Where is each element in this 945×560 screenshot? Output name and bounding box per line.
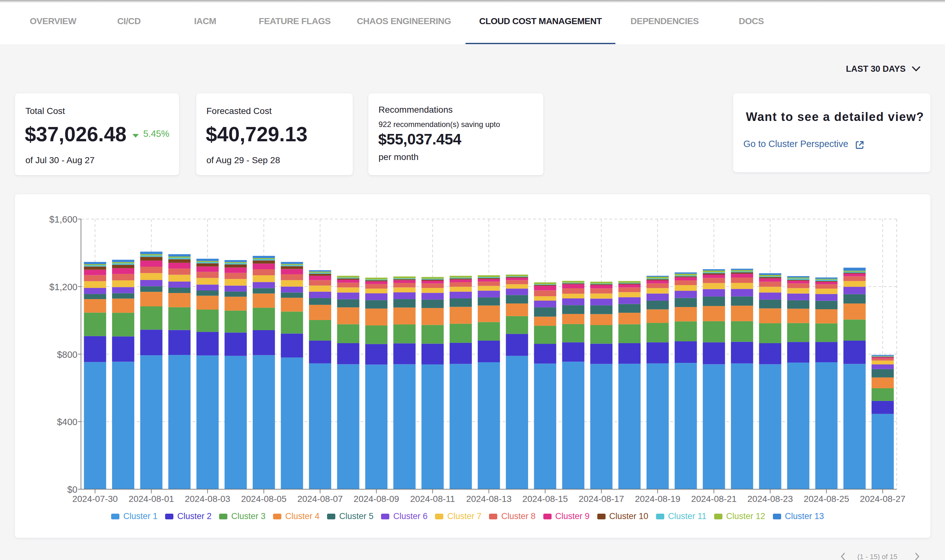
svg-text:2024-08-27: 2024-08-27 <box>860 494 905 504</box>
svg-text:2024-08-23: 2024-08-23 <box>748 494 793 504</box>
svg-text:$0: $0 <box>67 485 77 495</box>
svg-text:$1,200: $1,200 <box>49 282 77 292</box>
svg-text:2024-08-17: 2024-08-17 <box>579 494 624 504</box>
svg-text:2024-08-05: 2024-08-05 <box>241 494 286 504</box>
svg-text:2024-08-09: 2024-08-09 <box>354 494 399 504</box>
svg-text:2024-08-25: 2024-08-25 <box>804 494 849 504</box>
svg-text:2024-08-03: 2024-08-03 <box>185 494 230 504</box>
svg-text:2024-08-15: 2024-08-15 <box>522 494 568 504</box>
svg-text:2024-08-11: 2024-08-11 <box>410 494 455 504</box>
svg-text:$400: $400 <box>57 417 77 427</box>
svg-text:2024-08-19: 2024-08-19 <box>635 494 680 504</box>
svg-text:2024-07-30: 2024-07-30 <box>72 494 118 504</box>
svg-text:2024-08-01: 2024-08-01 <box>129 494 174 504</box>
svg-text:$800: $800 <box>57 349 77 360</box>
svg-text:$1,600: $1,600 <box>49 214 77 225</box>
svg-text:2024-08-21: 2024-08-21 <box>691 494 737 504</box>
svg-text:2024-08-07: 2024-08-07 <box>297 494 343 504</box>
svg-text:2024-08-13: 2024-08-13 <box>466 494 511 504</box>
